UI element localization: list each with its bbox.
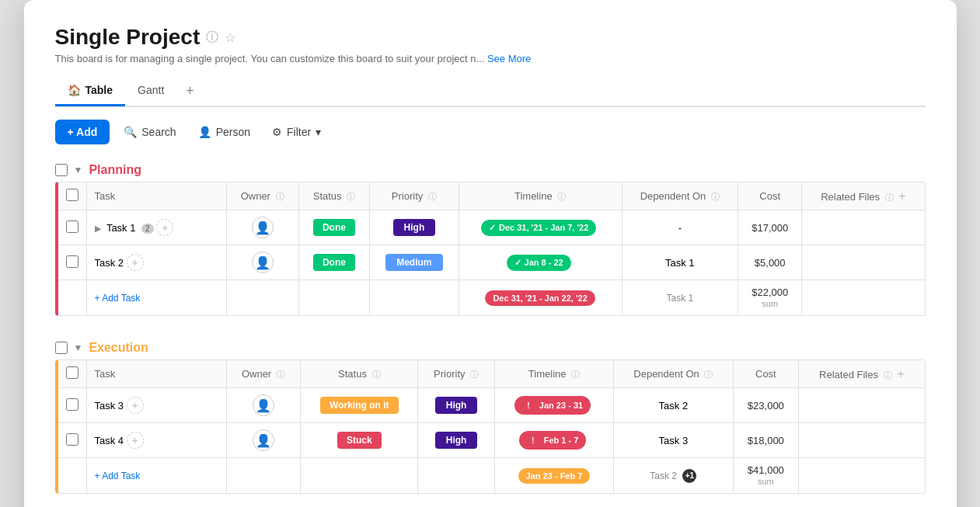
dependent-cell: Task 2 xyxy=(614,388,733,423)
status-badge: Done xyxy=(313,254,355,271)
planning-col-task: Task xyxy=(86,182,226,210)
planning-table-container: Task Owner ⓘ Status ⓘ Priority ⓘ Timelin… xyxy=(55,182,926,316)
tabs-row: 🏠 Table Gantt + xyxy=(55,77,926,107)
planning-col-priority: Priority ⓘ xyxy=(370,182,459,210)
sum-timeline-cell: Dec 31, '21 - Jan 22, '22 xyxy=(459,280,622,316)
section-planning-header: ▼ Planning xyxy=(55,163,926,177)
timeline-cell: ✓ Jan 8 - 22 xyxy=(459,245,622,280)
add-task-cell[interactable]: + Add Task xyxy=(86,280,226,316)
owner-cell: 👤 xyxy=(226,388,301,423)
add-person-button[interactable]: + xyxy=(127,432,144,449)
cost-cell: $23,000 xyxy=(733,388,799,423)
priority-badge: High xyxy=(435,432,478,449)
subtask-count-badge: 2 xyxy=(141,224,154,234)
timeline-cell: ! Feb 1 - 7 xyxy=(494,423,613,458)
add-task-label[interactable]: + Add Task xyxy=(95,471,141,481)
main-window: Single Project ⓘ ☆ This board is for man… xyxy=(24,0,957,507)
person-button[interactable]: 👤 Person xyxy=(190,121,258,143)
timeline-badge: ! Feb 1 - 7 xyxy=(519,431,587,450)
add-person-button[interactable]: + xyxy=(156,219,173,236)
priority-cell[interactable]: Medium xyxy=(370,245,459,280)
section-execution-title: Execution xyxy=(89,341,148,355)
table-row: ▶ Task 1 2 + 👤 Done High xyxy=(58,210,925,245)
cost-cell: $5,000 xyxy=(738,245,801,280)
exclaim-icon: ! xyxy=(522,399,535,412)
search-button[interactable]: 🔍 Search xyxy=(116,121,183,143)
row-checkbox[interactable] xyxy=(66,433,78,446)
task-name-cell: ▶ Task 1 2 + xyxy=(86,210,226,245)
section-execution-chevron[interactable]: ▼ xyxy=(74,342,83,353)
status-cell[interactable]: Done xyxy=(298,245,369,280)
star-icon[interactable]: ☆ xyxy=(225,30,235,45)
add-task-cell[interactable]: + Add Task xyxy=(86,458,226,494)
status-badge: Working on it xyxy=(320,397,398,414)
cost-value: $17,000 xyxy=(752,222,788,234)
row-checkbox[interactable] xyxy=(66,255,78,268)
planning-col-cost: Cost xyxy=(738,182,801,210)
sum-cost-cell: $41,000 sum xyxy=(733,458,799,494)
add-button[interactable]: + Add xyxy=(55,120,110,144)
row-checkbox[interactable] xyxy=(66,221,78,233)
filter-icon: ⚙ xyxy=(272,126,282,138)
row-checkbox[interactable] xyxy=(66,398,78,411)
priority-cell[interactable]: High xyxy=(418,388,494,423)
toolbar: + Add 🔍 Search 👤 Person ⚙ Filter ▾ xyxy=(55,120,926,144)
home-icon: 🏠 xyxy=(68,84,81,96)
cost-value: $5,000 xyxy=(755,257,786,269)
sum-row: + Add Task Dec 31, '21 - Jan 22, '22 Tas… xyxy=(58,280,925,316)
page-title: Single Project xyxy=(55,25,201,50)
sum-label: sum xyxy=(758,477,774,486)
tab-gantt[interactable]: Gantt xyxy=(125,78,176,106)
cost-cell: $18,000 xyxy=(733,423,799,458)
table-row: Task 2 + 👤 Done Medium xyxy=(58,245,925,280)
planning-col-related: Related Files ⓘ + xyxy=(802,182,925,210)
timeline-badge: ! Jan 23 - 31 xyxy=(514,396,591,415)
tab-table[interactable]: 🏠 Table xyxy=(55,78,126,106)
see-more-link[interactable]: See More xyxy=(487,53,531,64)
section-planning-checkbox[interactable] xyxy=(55,164,68,176)
add-person-button[interactable]: + xyxy=(127,254,144,271)
add-task-label[interactable]: + Add Task xyxy=(95,293,141,304)
sum-dependent-cell: Task 2 +1 xyxy=(614,458,733,494)
sum-label: sum xyxy=(762,299,778,308)
add-person-button[interactable]: + xyxy=(127,397,144,414)
timeline-badge: ✓ Jan 8 - 22 xyxy=(507,255,571,271)
notification-badge: +1 xyxy=(682,469,696,483)
filter-button[interactable]: ⚙ Filter ▾ xyxy=(264,121,329,143)
execution-col-task: Task xyxy=(86,360,226,388)
timeline-cell: ! Jan 23 - 31 xyxy=(494,388,613,423)
task-name: Task 3 xyxy=(95,400,124,412)
avatar: 👤 xyxy=(253,394,274,416)
related-files-cell xyxy=(799,423,925,458)
task-name-cell: Task 2 + xyxy=(86,245,226,280)
table-row: Task 3 + 👤 Working on it High xyxy=(58,388,925,423)
sum-cost-value: $41,000 xyxy=(748,464,784,476)
status-cell[interactable]: Stuck xyxy=(301,423,418,458)
planning-select-all[interactable] xyxy=(66,189,78,201)
planning-col-timeline: Timeline ⓘ xyxy=(459,182,622,210)
task-name-cell: Task 4 + xyxy=(86,423,226,458)
planning-col-owner: Owner ⓘ xyxy=(226,182,298,210)
info-icon[interactable]: ⓘ xyxy=(206,30,218,46)
task-name-cell: Task 3 + xyxy=(86,388,226,423)
related-files-cell xyxy=(802,245,925,280)
status-cell[interactable]: Done xyxy=(298,210,369,245)
priority-cell[interactable]: High xyxy=(370,210,459,245)
related-files-cell xyxy=(799,388,925,423)
section-execution: ▼ Execution Task Owner ⓘ Status ⓘ Priori… xyxy=(55,341,926,494)
timeline-badge: ✓ Dec 31, '21 - Jan 7, '22 xyxy=(481,220,596,236)
tab-add-button[interactable]: + xyxy=(176,77,204,106)
status-badge: Stuck xyxy=(337,432,382,449)
section-execution-checkbox[interactable] xyxy=(55,342,68,354)
execution-select-all[interactable] xyxy=(66,366,78,379)
execution-col-dependent: Dependent On ⓘ xyxy=(614,360,733,388)
table-row: Task 4 + 👤 Stuck High xyxy=(58,423,925,458)
priority-badge: High xyxy=(393,219,436,236)
expand-icon[interactable]: ▶ xyxy=(95,224,101,233)
section-planning-chevron[interactable]: ▼ xyxy=(74,165,83,175)
cost-value: $23,000 xyxy=(748,400,784,412)
related-files-cell xyxy=(802,210,925,245)
priority-cell[interactable]: High xyxy=(418,423,494,458)
execution-table-container: Task Owner ⓘ Status ⓘ Priority ⓘ Timelin… xyxy=(55,359,926,494)
status-cell[interactable]: Working on it xyxy=(301,388,418,423)
